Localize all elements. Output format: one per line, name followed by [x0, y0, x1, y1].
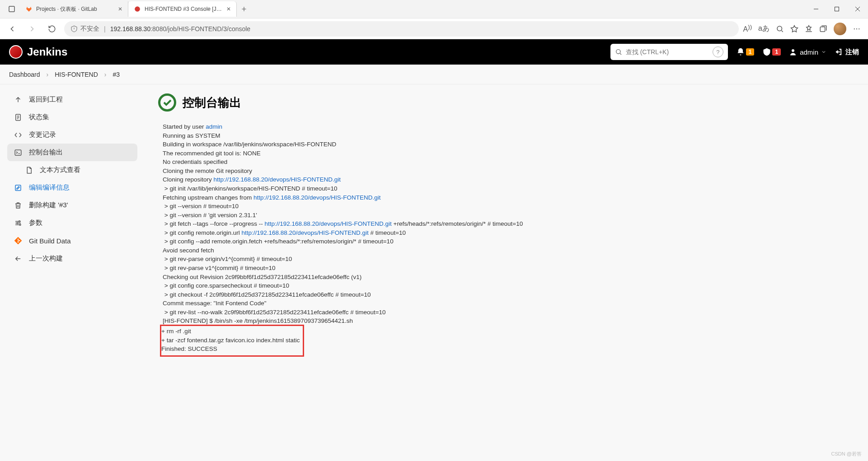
svg-point-15: [19, 224, 21, 225]
insecure-label: 不安全: [80, 25, 99, 33]
sidebar: 返回到工程 状态集 变更记录 控制台输出 文本方式查看 编辑编译信息 删除构建 …: [0, 84, 145, 461]
close-icon[interactable]: ✕: [226, 6, 231, 12]
highlighted-output: + rm -rf .git + tar -zcf fontend.tar.gz …: [160, 325, 304, 357]
sidebar-item-back[interactable]: 返回到工程: [7, 91, 137, 108]
tab-actions-icon[interactable]: [4, 1, 20, 17]
jenkins-favicon-icon: [134, 5, 141, 13]
logout-button[interactable]: 注销: [835, 48, 859, 56]
url-text: 192.168.88.30:8080/job/HIS-FONTEND/3/con…: [110, 25, 251, 33]
breadcrumb-item[interactable]: Dashboard: [9, 71, 40, 78]
sidebar-item-changes[interactable]: 变更记录: [7, 126, 137, 144]
more-icon[interactable]: [853, 25, 861, 33]
sidebar-item-label: 变更记录: [29, 130, 56, 139]
success-icon: [158, 93, 176, 112]
tab-title: HIS-FONTEND #3 Console [Jenki: [145, 6, 223, 12]
read-aloud-icon[interactable]: A)): [743, 23, 752, 33]
search-box[interactable]: ?: [610, 44, 728, 60]
tab-title: Projects · 仪表板 · GitLab: [36, 5, 114, 13]
sidebar-item-label: 状态集: [29, 113, 49, 121]
gitlab-favicon-icon: [25, 5, 33, 13]
sidebar-item-consoletext[interactable]: 文本方式查看: [7, 161, 137, 179]
search-icon: [615, 48, 622, 56]
tab-jenkins[interactable]: HIS-FONTEND #3 Console [Jenki ✕: [128, 1, 237, 17]
file-icon: [14, 113, 23, 121]
sidebar-item-label: 参数: [29, 219, 42, 227]
svg-point-5: [854, 28, 855, 29]
svg-point-7: [859, 28, 859, 29]
new-tab-button[interactable]: [237, 6, 251, 12]
sidebar-item-status[interactable]: 状态集: [7, 108, 137, 126]
repo-link[interactable]: http://192.168.88.20/devops/HIS-FONTEND.…: [241, 229, 368, 236]
chevron-right-icon: ›: [104, 71, 107, 78]
close-window-button[interactable]: [847, 0, 868, 18]
jenkins-logo-icon: [9, 45, 23, 59]
profile-avatar[interactable]: [834, 23, 846, 35]
svg-rect-4: [820, 27, 825, 32]
sidebar-item-params[interactable]: 参数: [7, 214, 137, 232]
edit-icon: [14, 184, 23, 192]
trash-icon: [14, 201, 23, 210]
security-indicator[interactable]: 不安全: [70, 25, 99, 33]
minimize-button[interactable]: [806, 0, 826, 18]
sliders-icon: [14, 219, 23, 227]
terminal-icon: [14, 149, 23, 157]
code-icon: [14, 131, 23, 139]
jenkins-header: Jenkins ? 1 1 admin 注销: [0, 39, 868, 65]
content-area: 控制台输出 Started by user admin Running as S…: [145, 84, 868, 461]
sidebar-item-gitdata[interactable]: Git Build Data: [7, 232, 137, 250]
doc-icon: [24, 166, 33, 174]
svg-point-8: [616, 50, 620, 54]
sidebar-item-console[interactable]: 控制台输出: [7, 144, 137, 161]
favorite-icon[interactable]: [790, 25, 798, 33]
page-title: 控制台输出: [158, 93, 854, 112]
back-button[interactable]: [5, 21, 20, 37]
repo-link[interactable]: http://192.168.88.20/devops/HIS-FONTEND.…: [214, 176, 341, 183]
address-bar: 不安全 | 192.168.88.30:8080/job/HIS-FONTEND…: [0, 18, 868, 39]
sidebar-item-delete[interactable]: 删除构建 '#3': [7, 196, 137, 214]
admin-label: admin: [800, 48, 818, 56]
favorites-bar-icon[interactable]: [805, 25, 813, 33]
url-field[interactable]: 不安全 | 192.168.88.30:8080/job/HIS-FONTEND…: [64, 21, 739, 37]
collections-icon[interactable]: [819, 25, 827, 33]
breadcrumb-item[interactable]: HIS-FONTEND: [55, 71, 98, 78]
search-input[interactable]: [626, 48, 709, 56]
tab-bar: Projects · 仪表板 · GitLab ✕ HIS-FONTEND #3…: [0, 0, 868, 18]
sidebar-item-label: 控制台输出: [29, 148, 63, 157]
sidebar-item-label: Git Build Data: [29, 237, 71, 245]
sidebar-item-label: 删除构建 '#3': [29, 201, 68, 210]
zoom-icon[interactable]: [776, 25, 784, 33]
sidebar-item-label: 返回到工程: [29, 95, 63, 104]
security-badge: 1: [772, 48, 781, 56]
sidebar-item-editinfo[interactable]: 编辑编译信息: [7, 179, 137, 196]
translate-icon[interactable]: aあ: [758, 24, 769, 33]
browser-chrome: Projects · 仪表板 · GitLab ✕ HIS-FONTEND #3…: [0, 0, 868, 39]
maximize-button[interactable]: [826, 0, 847, 18]
sidebar-item-prev[interactable]: 上一次构建: [7, 250, 137, 267]
chevron-down-icon: [821, 49, 826, 55]
jenkins-brand: Jenkins: [27, 46, 67, 58]
tab-gitlab[interactable]: Projects · 仪表板 · GitLab ✕: [20, 1, 128, 17]
breadcrumb-item[interactable]: #3: [113, 71, 120, 78]
user-link[interactable]: admin: [206, 123, 222, 130]
repo-link[interactable]: http://192.168.88.20/devops/HIS-FONTEND.…: [253, 194, 380, 201]
user-menu[interactable]: admin: [789, 48, 826, 56]
svg-point-13: [19, 220, 20, 222]
git-icon: [14, 236, 23, 245]
svg-point-1: [135, 6, 140, 12]
repo-link[interactable]: http://192.168.88.20/devops/HIS-FONTEND.…: [264, 220, 391, 227]
notif-badge: 1: [746, 48, 755, 56]
svg-rect-0: [9, 6, 14, 12]
arrow-left-icon: [14, 255, 23, 263]
search-help-icon[interactable]: ?: [713, 47, 723, 57]
logout-label: 注销: [845, 48, 859, 56]
notifications-button[interactable]: 1: [736, 47, 755, 56]
page-heading: 控制台输出: [183, 95, 241, 111]
jenkins-logo[interactable]: Jenkins: [9, 45, 67, 59]
svg-point-9: [792, 49, 794, 52]
security-warnings-button[interactable]: 1: [762, 47, 781, 56]
forward-button[interactable]: [24, 21, 40, 37]
refresh-button[interactable]: [44, 21, 60, 37]
sidebar-item-label: 文本方式查看: [40, 166, 80, 174]
close-icon[interactable]: ✕: [118, 6, 122, 12]
breadcrumb: Dashboard › HIS-FONTEND › #3: [0, 65, 868, 84]
